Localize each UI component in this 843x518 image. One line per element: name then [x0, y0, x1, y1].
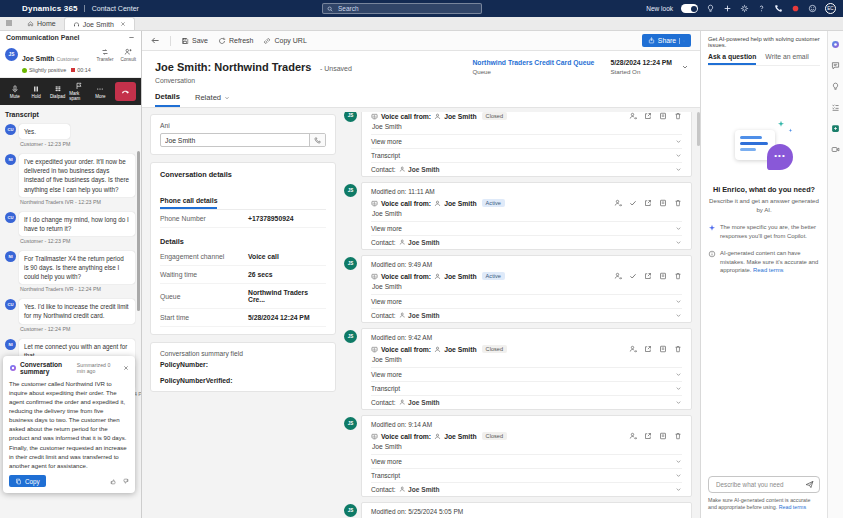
- open-record-icon[interactable]: [644, 345, 652, 353]
- tab-ask-a-question[interactable]: Ask a question: [708, 53, 756, 65]
- end-call-button[interactable]: [115, 82, 136, 101]
- close-activity-check-icon[interactable]: [629, 272, 637, 280]
- contact-name[interactable]: Joe Smith: [408, 312, 440, 319]
- lightbulb-icon[interactable]: [831, 82, 840, 91]
- transcript-row[interactable]: Transcript: [371, 468, 682, 482]
- menu-icon[interactable]: [5, 19, 13, 27]
- consult-button[interactable]: Consult: [120, 48, 136, 62]
- help-icon[interactable]: [757, 4, 766, 13]
- transfer-button[interactable]: Transfer: [96, 48, 113, 62]
- timeline-card[interactable]: Modified on: 5/25/2024 5:05 PM Voice cal…: [361, 502, 692, 518]
- thumbs-up-icon[interactable]: [110, 478, 117, 485]
- contact-name[interactable]: Joe Smith: [408, 166, 440, 173]
- timeline-card[interactable]: Modified on: 9:42 AM Voice call from: Jo…: [361, 328, 692, 410]
- send-icon[interactable]: [805, 480, 814, 489]
- tab-details[interactable]: Details: [155, 92, 180, 107]
- app-name[interactable]: Contact Center: [84, 5, 139, 12]
- contact-row[interactable]: Contact: Joe Smith: [371, 482, 682, 496]
- call-button[interactable]: [309, 134, 325, 146]
- field-value[interactable]: 5/28/2024 12:24 PM: [248, 314, 326, 321]
- phone-icon[interactable]: [774, 4, 783, 13]
- lightbulb-icon[interactable]: [706, 4, 715, 13]
- assign-icon[interactable]: [629, 112, 637, 120]
- view-more-row[interactable]: View more: [371, 367, 682, 381]
- contact-row[interactable]: Contact: Joe Smith: [371, 308, 682, 322]
- add-icon[interactable]: [723, 4, 732, 13]
- add-note-icon[interactable]: [659, 272, 667, 280]
- minimize-panel-icon[interactable]: [128, 34, 135, 41]
- settings-gear-icon[interactable]: [740, 4, 749, 13]
- add-note-icon[interactable]: [659, 432, 667, 440]
- ani-input[interactable]: [161, 137, 309, 144]
- field-value[interactable]: Voice call: [248, 253, 326, 260]
- caller-name[interactable]: Joe Smith: [444, 433, 476, 440]
- delete-icon[interactable]: [674, 432, 682, 440]
- tab-home[interactable]: Home: [19, 17, 64, 30]
- refresh-button[interactable]: Refresh: [218, 37, 254, 45]
- read-terms-link[interactable]: Read terms: [753, 267, 783, 273]
- open-record-icon[interactable]: [644, 432, 652, 440]
- delete-icon[interactable]: [674, 199, 682, 207]
- copilot-icon[interactable]: [831, 40, 840, 49]
- hold-button[interactable]: Hold: [26, 85, 45, 99]
- timeline-card[interactable]: Modified on: 11:11 AM Voice call from: J…: [361, 182, 692, 250]
- assign-icon[interactable]: [629, 432, 637, 440]
- contact-name[interactable]: Joe Smith: [408, 486, 440, 493]
- copy-summary-button[interactable]: Copy: [9, 475, 46, 487]
- app-launcher-icon[interactable]: [7, 4, 16, 13]
- caller-name[interactable]: Joe Smith: [444, 200, 476, 207]
- feedback-smiley-icon[interactable]: [808, 4, 817, 13]
- transcript-scrollbar[interactable]: [137, 151, 140, 311]
- view-more-row[interactable]: View more: [371, 454, 682, 468]
- add-note-icon[interactable]: [659, 345, 667, 353]
- caller-name[interactable]: Joe Smith: [444, 273, 476, 280]
- dialpad-button[interactable]: Dialpad: [48, 85, 67, 99]
- back-icon[interactable]: [151, 36, 160, 45]
- transcript-row[interactable]: Transcript: [371, 148, 682, 162]
- field-value[interactable]: +17378950924: [248, 215, 326, 222]
- view-more-row[interactable]: View more: [371, 221, 682, 235]
- contact-row[interactable]: Contact: Joe Smith: [371, 235, 682, 249]
- assign-icon[interactable]: [629, 345, 637, 353]
- mute-button[interactable]: Mute: [5, 85, 24, 99]
- tab-phone-call-details[interactable]: Phone call details: [160, 197, 217, 209]
- view-more-row[interactable]: View more: [371, 294, 682, 308]
- add-note-icon[interactable]: [659, 199, 667, 207]
- contact-row[interactable]: Contact: Joe Smith: [371, 395, 682, 409]
- global-search[interactable]: [322, 3, 482, 14]
- timeline-card[interactable]: Modified on: 9:49 AM Voice call from: Jo…: [361, 255, 692, 323]
- close-activity-check-icon[interactable]: [629, 199, 637, 207]
- checklist-icon[interactable]: [831, 103, 840, 112]
- search-input[interactable]: [336, 4, 477, 13]
- transcript-row[interactable]: Transcript: [371, 381, 682, 395]
- open-record-icon[interactable]: [644, 199, 652, 207]
- contact-row[interactable]: Contact: Joe Smith: [371, 162, 682, 176]
- open-record-icon[interactable]: [644, 272, 652, 280]
- copilot-prompt-input[interactable]: [714, 480, 802, 489]
- more-button[interactable]: More: [91, 85, 110, 99]
- tab-write-an-email[interactable]: Write an email: [765, 53, 808, 65]
- tab-related[interactable]: Related: [195, 92, 230, 107]
- delete-icon[interactable]: [674, 345, 682, 353]
- new-look-toggle[interactable]: [681, 4, 698, 13]
- contact-name[interactable]: Joe Smith: [408, 239, 440, 246]
- caller-name[interactable]: Joe Smith: [444, 113, 476, 120]
- assign-icon[interactable]: [614, 199, 622, 207]
- tab-session-joe-smith[interactable]: Joe Smith: [64, 17, 135, 30]
- timeline-card[interactable]: Modified on: 9:14 AM Voice call from: Jo…: [361, 415, 692, 497]
- save-button[interactable]: Save: [181, 37, 208, 45]
- close-summary-icon[interactable]: [123, 365, 129, 371]
- user-avatar[interactable]: EC: [825, 3, 836, 14]
- open-record-icon[interactable]: [644, 112, 652, 120]
- copilot-prompt-field[interactable]: [708, 476, 820, 493]
- camera-icon[interactable]: [831, 145, 840, 154]
- delete-icon[interactable]: [674, 112, 682, 120]
- add-note-icon[interactable]: [659, 112, 667, 120]
- queue-link[interactable]: Northwind Traders Credit Card Queue: [472, 59, 594, 66]
- caller-name[interactable]: Joe Smith: [444, 346, 476, 353]
- mark-spam-button[interactable]: Mark spam: [69, 82, 88, 101]
- contact-name[interactable]: Joe Smith: [408, 399, 440, 406]
- field-value[interactable]: Northwind Traders Cre...: [248, 289, 326, 303]
- app-tile-icon[interactable]: [831, 124, 840, 133]
- footer-read-terms-link[interactable]: Read terms: [779, 504, 806, 510]
